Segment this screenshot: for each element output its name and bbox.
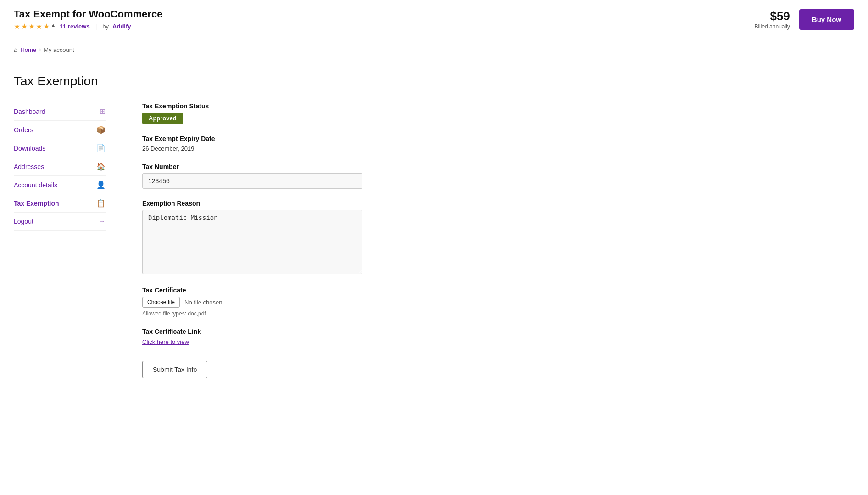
breadcrumb-separator: ›: [39, 46, 41, 53]
addresses-icon: 🏠: [96, 162, 106, 171]
sidebar-item-tax-exemption[interactable]: Tax Exemption 📋: [14, 194, 106, 213]
dashboard-icon: ⊞: [100, 107, 106, 116]
star-rating: ★ ★ ★ ★ ★ ▲: [14, 22, 56, 31]
exemption-reason-row: Exemption Reason Diplomatic Mission: [142, 200, 445, 276]
expiry-label: Tax Exempt Expiry Date: [142, 135, 445, 142]
allowed-types: Allowed file types: doc,pdf: [142, 310, 445, 317]
sidebar-item-dashboard[interactable]: Dashboard ⊞: [14, 102, 106, 121]
tax-cert-label: Tax Certificate: [142, 287, 445, 294]
sidebar-label-account-details: Account details: [14, 181, 57, 189]
star-3: ★: [28, 22, 35, 31]
buy-now-button[interactable]: Buy Now: [799, 9, 854, 30]
tax-number-row: Tax Number: [142, 163, 445, 189]
star-5: ★: [43, 22, 50, 31]
home-icon: ⌂: [14, 46, 17, 53]
sidebar-label-dashboard: Dashboard: [14, 108, 45, 115]
product-meta: ★ ★ ★ ★ ★ ▲ 11 reviews | by Addify: [14, 22, 162, 31]
submit-row: Submit Tax Info: [142, 356, 445, 378]
orders-icon: 📦: [96, 125, 106, 134]
sidebar-label-logout: Logout: [14, 218, 33, 225]
cert-link-label: Tax Certificate Link: [142, 328, 445, 335]
logout-icon: →: [98, 217, 106, 225]
status-label: Tax Exemption Status: [142, 102, 445, 110]
product-info: Tax Exempt for WooCommerce ★ ★ ★ ★ ★ ▲ 1…: [14, 8, 162, 31]
content-wrapper: Dashboard ⊞ Orders 📦 Downloads 📄 Address…: [14, 102, 445, 389]
breadcrumb-home[interactable]: Home: [20, 46, 36, 53]
page-title: Tax Exemption: [14, 74, 445, 89]
breadcrumb-bar: ⌂ Home › My account: [0, 39, 868, 60]
author-link[interactable]: Addify: [112, 23, 131, 30]
star-2: ★: [21, 22, 28, 31]
exemption-reason-label: Exemption Reason: [142, 200, 445, 207]
sidebar-label-tax-exemption: Tax Exemption: [14, 200, 59, 207]
sidebar: Dashboard ⊞ Orders 📦 Downloads 📄 Address…: [14, 102, 106, 389]
sidebar-item-downloads[interactable]: Downloads 📄: [14, 139, 106, 158]
star-4: ★: [36, 22, 42, 31]
cert-link-row: Tax Certificate Link Click here to view: [142, 328, 445, 345]
exemption-reason-textarea[interactable]: Diplomatic Mission: [142, 210, 362, 274]
tax-number-label: Tax Number: [142, 163, 445, 170]
breadcrumb-current: My account: [44, 46, 74, 53]
by-label: by: [102, 23, 109, 30]
downloads-icon: 📄: [96, 144, 106, 152]
file-row: Choose file No file chosen: [142, 297, 445, 308]
header-right: $59 Billed annually Buy Now: [754, 9, 854, 30]
cert-link[interactable]: Click here to view: [142, 338, 189, 345]
submit-button[interactable]: Submit Tax Info: [142, 361, 207, 378]
expiry-row: Tax Exempt Expiry Date 26 December, 2019: [142, 135, 445, 152]
sidebar-label-orders: Orders: [14, 126, 33, 134]
tax-exemption-icon: 📋: [96, 199, 106, 208]
sidebar-item-orders[interactable]: Orders 📦: [14, 121, 106, 139]
sidebar-label-addresses: Addresses: [14, 163, 44, 170]
product-title: Tax Exempt for WooCommerce: [14, 8, 162, 20]
form-area: Tax Exemption Status Approved Tax Exempt…: [106, 102, 445, 389]
tax-cert-row: Tax Certificate Choose file No file chos…: [142, 287, 445, 317]
main-content: Tax Exemption Dashboard ⊞ Orders 📦 Downl…: [0, 60, 459, 417]
breadcrumb: ⌂ Home › My account: [14, 46, 854, 53]
no-file-text: No file chosen: [184, 299, 222, 306]
sidebar-label-downloads: Downloads: [14, 145, 45, 152]
billed-note: Billed annually: [754, 23, 790, 30]
star-1: ★: [14, 22, 20, 31]
sidebar-item-addresses[interactable]: Addresses 🏠: [14, 158, 106, 176]
expiry-value: 26 December, 2019: [142, 145, 445, 152]
price-block: $59 Billed annually: [754, 9, 790, 30]
separator: |: [95, 23, 97, 30]
site-header: Tax Exempt for WooCommerce ★ ★ ★ ★ ★ ▲ 1…: [0, 0, 868, 39]
rating-caret: ▲: [50, 22, 56, 31]
choose-file-button[interactable]: Choose file: [142, 297, 180, 308]
reviews-link[interactable]: 11 reviews: [60, 23, 90, 30]
account-details-icon: 👤: [96, 180, 106, 189]
sidebar-item-account-details[interactable]: Account details 👤: [14, 176, 106, 194]
tax-number-input[interactable]: [142, 173, 362, 189]
status-row: Tax Exemption Status Approved: [142, 102, 445, 124]
price-amount: $59: [754, 9, 790, 23]
status-badge: Approved: [142, 112, 183, 124]
sidebar-item-logout[interactable]: Logout →: [14, 213, 106, 231]
